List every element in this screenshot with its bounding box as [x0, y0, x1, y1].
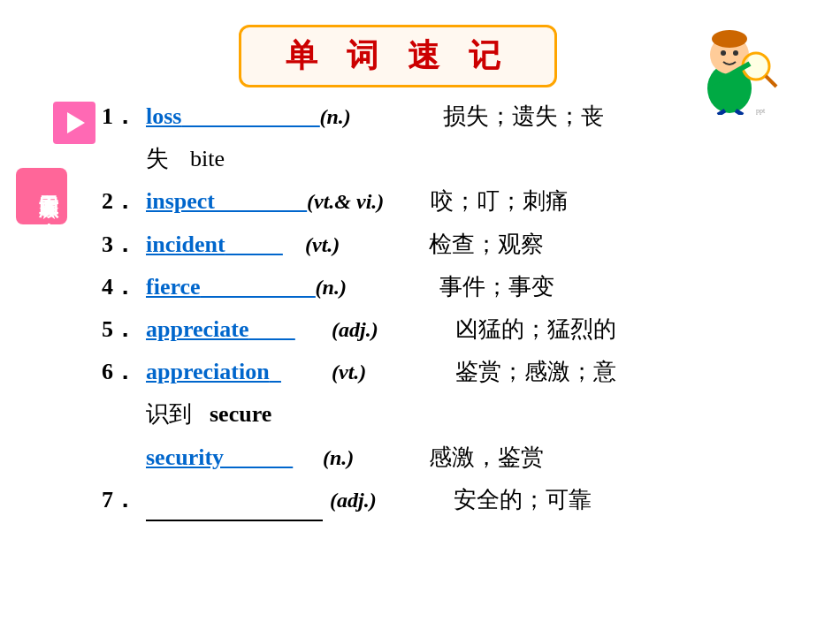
- list-item: 识到 secure: [102, 395, 805, 434]
- list-item: 2． inspect________ (vt.& vi.) 咬；叮；刺痛: [102, 182, 805, 221]
- list-item: 4． fierce__________ (n.) 事件；事变: [102, 268, 805, 307]
- title-box: 单 词 速 记: [239, 25, 557, 87]
- list-item: security______ (n.) 感激，鉴赏: [102, 438, 805, 477]
- list-item: 1． loss____________ (n.) 损失；遗失；丧: [102, 97, 805, 136]
- list-item: 6． appreciation_ (vt.) 鉴赏；感激；意: [102, 353, 805, 391]
- play-button[interactable]: [53, 102, 95, 144]
- list-item: 7． (adj.) 安全的；可靠: [102, 481, 805, 521]
- play-icon: [67, 112, 85, 133]
- svg-point-2: [712, 30, 747, 48]
- svg-point-3: [721, 50, 726, 56]
- main-content: 1． loss____________ (n.) 损失；遗失；丧 失 bite …: [102, 97, 805, 525]
- sidebar-label: 主干回顾★夯基固源: [16, 168, 67, 224]
- list-item: 3． incident_____ (vt.) 检查；观察: [102, 225, 805, 264]
- page-title: 单 词 速 记: [286, 38, 511, 73]
- svg-line-6: [766, 76, 776, 87]
- list-item: 失 bite: [102, 140, 805, 178]
- svg-point-4: [733, 50, 738, 56]
- list-item: 5． appreciate____ (adj.) 凶猛的；猛烈的: [102, 310, 805, 349]
